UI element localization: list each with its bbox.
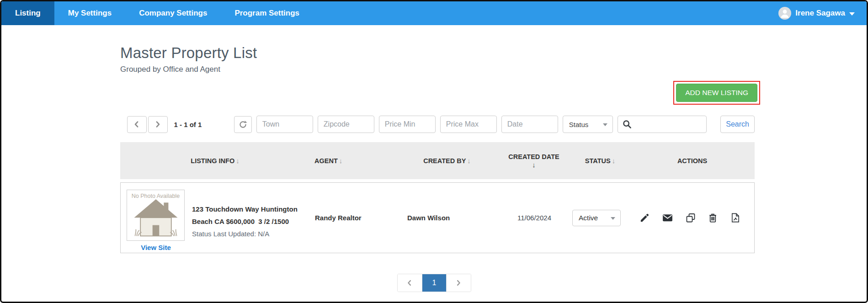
search-icon [622,119,632,129]
price-min-input[interactable] [379,116,436,133]
user-name: Irene Sagawa [795,9,845,18]
house-icon [130,199,181,238]
column-header-status[interactable]: STATUS↓ [570,157,630,165]
table-header-row: LISTING INFO↓ AGENT↓ CREATED BY↓ CREATED… [120,142,755,179]
avatar [778,7,791,20]
bottom-pagination: 1 [397,274,471,292]
listing-description: 123 Touchdown Way Huntington Beach CA $6… [192,190,298,240]
chevron-down-icon [603,123,607,126]
status-filter-value: Status [563,121,589,128]
page-title: Master Property List [120,44,867,62]
created-date-cell: 11/06/2024 [498,214,571,222]
refresh-icon [238,120,248,129]
add-listing-row: ADD NEW LISTING [1,81,760,105]
page-subtitle: Grouped by Office and Agent [120,65,867,74]
chevron-left-icon [405,279,414,287]
chevron-down-icon [849,12,855,16]
pagination-page-1-button[interactable]: 1 [422,274,446,292]
listing-photo-placeholder[interactable]: No Photo Available [127,190,185,241]
user-menu[interactable]: Irene Sagawa [778,1,855,25]
sort-descending-icon: ↓ [612,157,616,165]
town-input[interactable] [256,116,313,133]
pagination-previous-button[interactable] [398,274,422,292]
date-input[interactable] [501,116,558,133]
listing-info-cell: No Photo Available View Site [121,184,310,252]
sort-descending-icon: ↓ [339,157,343,165]
chevron-right-icon [153,120,162,129]
row-status-value: Active [573,214,598,222]
view-site-link[interactable]: View Site [141,244,171,251]
search-button[interactable]: Search [720,116,755,133]
no-photo-label: No Photo Available [127,193,184,199]
table-row: No Photo Available View Site [120,182,755,253]
main-content: Master Property List Grouped by Office a… [1,25,867,292]
result-count: 1 - 1 of 1 [174,121,204,128]
status-cell: Active [571,210,630,226]
tab-company-settings[interactable]: Company Settings [125,1,221,25]
column-header-agent[interactable]: AGENT↓ [310,157,397,165]
column-header-listing-info[interactable]: LISTING INFO↓ [120,157,310,165]
actions-cell [630,212,755,223]
listings-table: LISTING INFO↓ AGENT↓ CREATED BY↓ CREATED… [120,142,755,253]
listing-address-line1: 123 Touchdown Way Huntington [192,203,298,215]
delete-icon[interactable] [708,213,718,223]
next-page-button[interactable] [148,116,168,133]
column-header-actions: ACTIONS [630,157,755,165]
column-header-created-date[interactable]: CREATED DATE↓ [497,153,570,169]
column-header-created-by[interactable]: CREATED BY↓ [397,157,497,165]
sort-descending-icon: ↓ [497,161,570,169]
pdf-icon[interactable] [730,213,740,223]
created-by-cell: Dawn Wilson [397,214,498,222]
copy-icon[interactable] [685,213,696,223]
row-status-select[interactable]: Active [572,210,621,226]
page-header: Master Property List Grouped by Office a… [120,44,867,74]
agent-cell: Randy Realtor [310,214,397,222]
top-navbar: Listing My Settings Company Settings Pro… [1,1,867,25]
previous-page-button[interactable] [127,116,147,133]
sort-descending-icon: ↓ [236,157,240,165]
listing-address-line2: Beach CA $600,000 3 /2 /1500 [192,215,298,228]
app-window: Listing My Settings Company Settings Pro… [0,0,868,303]
status-last-updated: Status Last Updated: N/A [192,228,298,240]
email-icon[interactable] [662,212,673,223]
chevron-down-icon [611,217,615,220]
edit-icon[interactable] [639,213,650,223]
sort-descending-icon: ↓ [467,157,471,165]
zipcode-input[interactable] [318,116,374,133]
tab-my-settings[interactable]: My Settings [54,1,125,25]
price-max-input[interactable] [440,116,497,133]
red-highlight-annotation: ADD NEW LISTING [673,81,760,105]
tab-listing[interactable]: Listing [1,1,54,25]
chevron-left-icon [132,120,141,129]
search-input[interactable] [635,120,706,128]
refresh-button[interactable] [234,116,251,133]
search-box [618,116,707,133]
add-new-listing-button[interactable]: ADD NEW LISTING [676,84,757,102]
pagination-next-button[interactable] [446,274,470,292]
tab-program-settings[interactable]: Program Settings [221,1,313,25]
status-filter-select[interactable]: Status [563,116,613,133]
chevron-right-icon [454,279,463,287]
filter-toolbar: 1 - 1 of 1 Status [120,116,755,133]
person-icon [778,7,791,20]
